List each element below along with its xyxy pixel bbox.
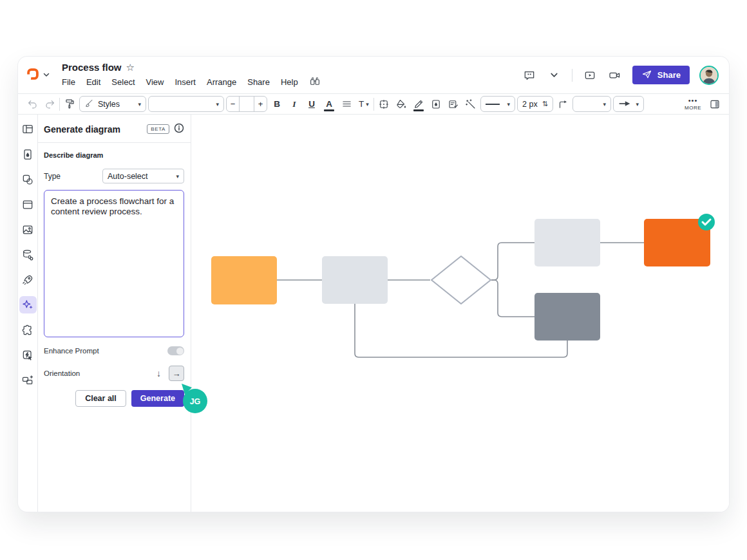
menu-edit[interactable]: Edit [86,77,100,87]
search-binoculars-icon[interactable] [309,75,321,89]
more-button[interactable]: ••• MORE [681,97,705,111]
diagram-canvas[interactable] [191,115,729,512]
sidebar-item-ai-generate[interactable] [19,296,37,313]
left-icon-rail [18,115,38,512]
menu-insert[interactable]: Insert [175,77,196,87]
font-dropdown[interactable]: ▾ [148,96,224,112]
chevron-down-icon: ▾ [366,101,369,107]
titlebar: Process flow ☆ File Edit Select View Ins… [18,57,729,93]
chevron-down-icon: ▾ [176,173,179,180]
connector-2[interactable] [491,243,534,280]
arrowhead-dropdown[interactable]: ▾ [613,96,644,112]
sidebar-item-actions[interactable] [19,346,37,364]
redo-button[interactable] [42,96,57,113]
text-align-button[interactable] [339,96,354,113]
app-window: Process flow ☆ File Edit Select View Ins… [18,57,729,512]
header-divider [572,69,572,82]
menu-help[interactable]: Help [281,77,298,87]
magic-wand-button[interactable] [463,96,478,113]
font-size-increase-button[interactable]: + [254,97,267,111]
share-button[interactable]: Share [632,66,690,84]
text-options-button[interactable]: T ▾ [356,96,372,113]
match-size-button[interactable] [376,96,392,113]
toolbar-divider [374,98,374,111]
describe-diagram-label: Describe diagram [44,151,184,159]
panel-divider [38,142,191,143]
underline-button[interactable]: U [304,96,319,113]
menu-view[interactable]: View [146,77,164,87]
shadow-button[interactable] [428,96,444,113]
sidebar-item-images[interactable] [19,221,37,238]
avatar[interactable] [699,66,719,85]
brush-icon [84,98,94,110]
type-label: Type [44,172,61,181]
menu-arrange[interactable]: Arrange [207,77,236,87]
favorite-star-icon[interactable]: ☆ [126,62,135,73]
stroke-width-value: 2 px [522,100,538,109]
connector-style-dropdown[interactable]: ▾ [572,96,611,112]
connector-type-button[interactable] [555,96,571,113]
italic-button[interactable]: I [287,96,302,113]
branch-bottom-node[interactable] [534,293,600,341]
start-node[interactable] [211,256,277,304]
step-node[interactable] [322,256,388,304]
font-size-decrease-button[interactable]: − [227,97,239,111]
generate-button[interactable]: Generate [131,390,184,407]
chevron-down-icon: ▾ [603,101,606,107]
app-menu-button[interactable] [26,67,50,84]
text-color-button[interactable]: A [321,96,337,113]
toolbar-divider [59,98,60,111]
more-label: MORE [685,106,701,111]
right-panel-toggle-button[interactable] [707,96,723,113]
orientation-vertical-button[interactable]: ↓ [156,368,161,378]
sidebar-item-data-linking[interactable] [19,246,37,263]
present-button[interactable] [582,67,598,84]
shape-data-button[interactable] [446,96,461,113]
video-camera-button[interactable] [607,67,623,84]
collaborators-chevron-button[interactable] [547,67,562,84]
paper-plane-icon [641,69,652,82]
type-dropdown-value: Auto-select [108,172,148,181]
bold-button[interactable]: B [269,96,285,113]
menu-bar: File Edit Select View Insert Arrange Sha… [62,75,321,89]
orientation-horizontal-button[interactable]: → [169,366,184,381]
stroke-width-stepper[interactable]: 2 px ⇅ [517,96,553,112]
comments-button[interactable] [522,67,537,84]
prompt-textarea[interactable]: Create a process flowchart for a content… [44,190,184,337]
sidebar-item-templates[interactable] [19,120,37,138]
enhance-prompt-toggle[interactable] [167,346,184,355]
styles-dropdown[interactable]: Styles ▾ [79,96,146,112]
type-dropdown[interactable]: Auto-select ▾ [102,169,184,183]
font-size-stepper: − + [226,96,267,112]
menu-file[interactable]: File [62,77,75,87]
font-size-field[interactable] [239,97,254,111]
info-icon[interactable] [174,123,184,135]
branch-top-node[interactable] [534,219,600,266]
fill-color-button[interactable] [393,96,409,113]
sidebar-item-frames[interactable] [19,196,37,213]
beta-badge: BETA [147,124,169,134]
line-style-dropdown[interactable]: ▾ [480,96,515,112]
undo-button[interactable] [24,96,40,113]
enhance-prompt-label: Enhance Prompt [44,347,99,355]
format-toolbar: Styles ▾ ▾ − + B I U A T ▾ [18,93,729,115]
clear-all-button[interactable]: Clear all [75,390,126,407]
sidebar-item-styles[interactable] [19,145,37,163]
format-painter-button[interactable] [62,96,77,113]
line-color-button[interactable] [411,96,426,113]
sidebar-item-marketplace[interactable] [19,271,37,288]
menu-share[interactable]: Share [247,77,270,87]
sidebar-item-shapes[interactable] [19,171,37,188]
connector-3[interactable] [491,280,534,317]
sidebar-item-collaboration[interactable] [19,371,37,389]
page-title[interactable]: Process flow [62,62,122,73]
decision-node[interactable] [431,256,491,304]
stepper-arrows-icon: ⇅ [542,100,548,108]
chevron-down-icon: ▾ [507,101,510,107]
panel-title: Generate diagram [44,124,147,135]
menu-select[interactable]: Select [111,77,135,87]
generate-diagram-panel: Generate diagram BETA Describe diagram T… [38,115,191,512]
flowchart [191,115,728,512]
orientation-label: Orientation [44,369,156,377]
sidebar-item-integrations[interactable] [19,321,37,339]
